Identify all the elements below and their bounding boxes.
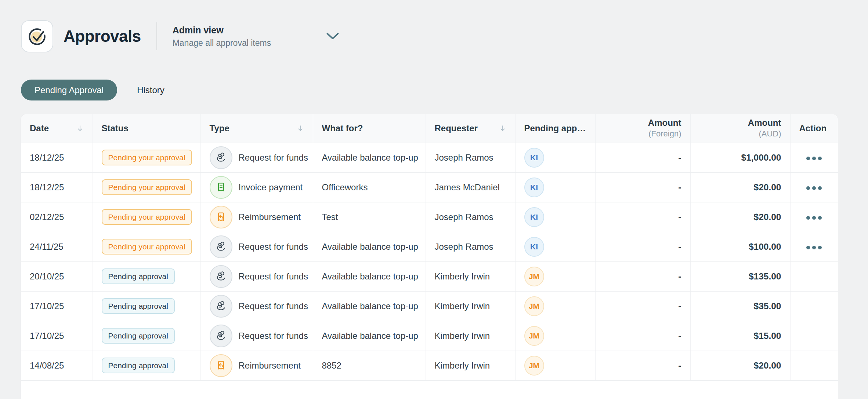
view-selector-subtitle: Manage all approval items — [173, 38, 271, 48]
table-row: 24/11/25 Pending your approval — [21, 232, 838, 261]
column-header-amount-foreign: Amount (Foreign) — [595, 114, 690, 143]
status-badge: Pending approval — [102, 358, 175, 373]
requester-cell: Joseph Ramos — [426, 143, 515, 172]
what-for-cell: Available balance top-up — [313, 232, 426, 261]
tab-bar: Pending Approval History — [21, 80, 868, 100]
app-header: Approvals Admin view Manage all approval… — [21, 20, 868, 52]
amount-foreign-cell: - — [595, 143, 690, 172]
date-cell: 24/11/25 — [21, 232, 93, 261]
sort-desc-icon[interactable] — [499, 125, 506, 132]
column-header-what-for: What for? — [313, 114, 426, 143]
requester-cell: Joseph Ramos — [426, 202, 515, 232]
amount-foreign-cell: - — [595, 232, 690, 261]
approvals-page: Approvals Admin view Manage all approval… — [0, 0, 868, 399]
table-row: 02/12/25 Pending your approval Reimburse… — [21, 202, 838, 232]
amount-aud-cell: $135.00 — [690, 261, 790, 291]
row-actions-menu-button[interactable] — [803, 183, 825, 193]
status-cell: Pending your approval — [93, 143, 200, 172]
request-for-funds-icon — [210, 325, 232, 347]
column-header-type[interactable]: Type — [200, 114, 313, 143]
pending-approver-cell: KI — [515, 172, 595, 202]
table-row: 20/10/25 Pending approval Reque — [21, 261, 838, 291]
column-header-pending-approver: Pending appr… — [515, 114, 595, 143]
page-title: Approvals — [64, 27, 141, 45]
what-for-cell: Officeworks — [313, 172, 426, 202]
type-cell: Reimbursement — [200, 202, 313, 232]
reimbursement-icon — [210, 354, 232, 377]
status-cell: Pending your approval — [93, 202, 200, 232]
type-label: Request for funds — [239, 331, 308, 341]
type-label: Request for funds — [239, 242, 308, 252]
pending-approver-cell: KI — [515, 232, 595, 261]
status-badge: Pending your approval — [102, 150, 192, 165]
what-for-cell: Available balance top-up — [313, 321, 426, 351]
table-header-row: Date Status Type — [21, 114, 838, 143]
what-for-cell: Available balance top-up — [313, 261, 426, 291]
table-row: 17/10/25 Pending approval Reque — [21, 321, 838, 351]
approvals-logo — [21, 20, 53, 52]
view-selector-title: Admin view — [173, 25, 271, 36]
action-cell — [790, 172, 838, 202]
row-actions-menu-button[interactable] — [803, 243, 825, 252]
requester-cell: Kimberly Irwin — [426, 291, 515, 321]
action-cell — [790, 143, 838, 172]
view-selector-dropdown[interactable]: Admin view Manage all approval items — [173, 25, 339, 48]
action-cell — [790, 261, 838, 291]
requester-cell: Kimberly Irwin — [426, 261, 515, 291]
sort-desc-icon[interactable] — [76, 125, 84, 132]
table-row: 18/12/25 Pending your approval — [21, 143, 838, 172]
amount-aud-cell: $15.00 — [690, 321, 790, 351]
approvals-table: Date Status Type — [21, 114, 838, 381]
request-for-funds-icon — [210, 265, 232, 288]
date-cell: 18/12/25 — [21, 172, 93, 202]
sort-desc-icon[interactable] — [297, 125, 304, 132]
approver-avatar: KI — [524, 177, 544, 197]
what-for-cell: 8852 — [313, 351, 426, 380]
amount-foreign-cell: - — [595, 172, 690, 202]
view-selector-texts: Admin view Manage all approval items — [173, 25, 271, 48]
column-header-requester[interactable]: Requester — [426, 114, 515, 143]
invoice-payment-icon — [210, 176, 232, 199]
requester-cell: James McDaniel — [426, 172, 515, 202]
pending-approver-cell: JM — [515, 351, 595, 380]
action-cell — [790, 202, 838, 232]
column-header-action: Action — [790, 114, 838, 143]
type-label: Request for funds — [239, 153, 308, 163]
chevron-down-icon[interactable] — [326, 32, 339, 40]
type-label: Reimbursement — [239, 360, 301, 371]
action-cell — [790, 351, 838, 380]
request-for-funds-icon — [210, 235, 232, 258]
header-divider — [156, 22, 157, 50]
type-cell: Request for funds — [200, 261, 313, 291]
action-cell — [790, 321, 838, 351]
amount-aud-cell: $100.00 — [690, 232, 790, 261]
type-cell: Request for funds — [200, 321, 313, 351]
amount-aud-cell: $35.00 — [690, 291, 790, 321]
status-badge: Pending your approval — [102, 209, 192, 225]
row-actions-menu-button[interactable] — [803, 213, 825, 223]
tab-pending-approval[interactable]: Pending Approval — [21, 80, 117, 100]
check-circle-icon — [26, 26, 48, 47]
date-cell: 17/10/25 — [21, 321, 93, 351]
approver-avatar: JM — [524, 326, 544, 346]
row-actions-menu-button[interactable] — [803, 154, 825, 163]
status-cell: Pending your approval — [93, 232, 200, 261]
amount-aud-cell: $20.00 — [690, 172, 790, 202]
table-row: 17/10/25 Pending approval Reque — [21, 291, 838, 321]
requester-cell: Kimberly Irwin — [426, 351, 515, 380]
approver-avatar: JM — [524, 296, 544, 316]
type-cell: Reimbursement — [200, 351, 313, 380]
pending-approver-cell: JM — [515, 261, 595, 291]
table-row: 14/08/25 Pending approval Reimbursement — [21, 351, 838, 380]
approver-avatar: JM — [524, 267, 544, 286]
amount-aud-cell: $20.00 — [690, 202, 790, 232]
status-cell: Pending approval — [93, 351, 200, 380]
pending-approver-cell: JM — [515, 321, 595, 351]
table-row: 18/12/25 Pending your approval Invoice p… — [21, 172, 838, 202]
tab-history[interactable]: History — [137, 85, 164, 95]
what-for-cell: Test — [313, 202, 426, 232]
status-badge: Pending your approval — [102, 239, 192, 255]
amount-aud-cell: $1,000.00 — [690, 143, 790, 172]
what-for-cell: Available balance top-up — [313, 143, 426, 172]
column-header-date[interactable]: Date — [21, 114, 93, 143]
